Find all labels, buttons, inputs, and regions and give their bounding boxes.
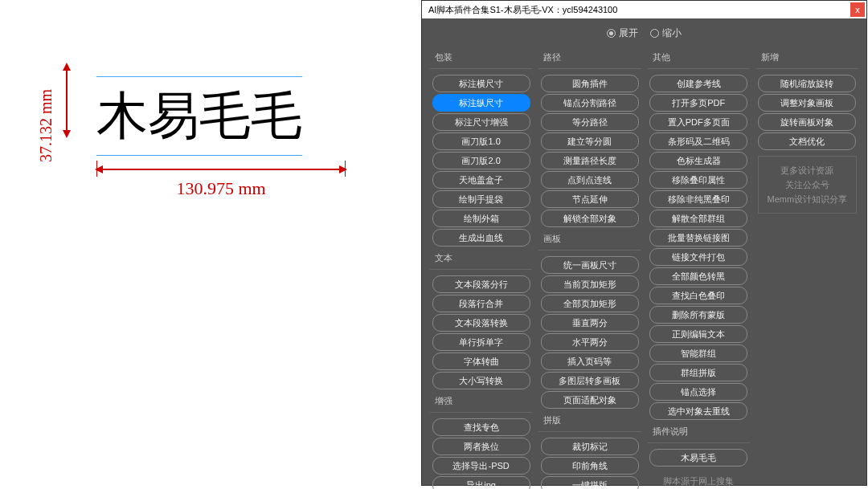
plugin-button[interactable]: 等分路径 [541,113,639,131]
plugin-button[interactable]: 全部颜色转黑 [649,267,747,285]
plugin-button[interactable]: 水平两分 [541,333,639,351]
plugin-button[interactable]: 点到点连线 [541,171,639,189]
plugin-button[interactable]: 绘制外箱 [432,210,530,227]
column-2: 路径圆角插件锚点分割路径等分路径建立等分圆测量路径长度点到点连线节点延伸解锁全部… [538,47,641,489]
plugin-button[interactable]: 智能群组 [649,344,747,362]
plugin-button[interactable]: 生成出血线 [432,229,530,247]
section-title: 包装 [430,48,532,69]
plugin-button[interactable]: 节点延伸 [541,190,639,208]
section-title: 画板 [538,230,641,251]
radio-expand[interactable]: 展开 [607,26,638,40]
close-button[interactable]: x [850,2,865,17]
plugin-button[interactable]: 当前页加矩形 [541,275,639,293]
plugin-button[interactable]: 测量路径长度 [541,152,639,169]
plugin-button[interactable]: 导出jpg [432,476,530,489]
plugin-button[interactable]: 查找专色 [432,418,530,436]
plugin-button[interactable]: 画刀版2.0 [432,152,530,169]
plugin-button[interactable]: 选择导出-PSD [432,457,530,475]
plugin-button[interactable]: 批量替换链接图 [649,229,747,247]
column-1: 包装标注横尺寸标注纵尺寸标注尺寸增强画刀版1.0画刀版2.0天地盖盒子绘制手提袋… [430,47,532,489]
section-title: 拼版 [538,411,641,432]
plugin-button[interactable]: 印前角线 [541,457,639,475]
plugin-button[interactable]: 置入PDF多页面 [649,113,747,131]
plugin-button[interactable]: 多图层转多画板 [541,372,639,389]
plugin-button[interactable]: 选中对象去重线 [649,402,747,420]
radio-collapse[interactable]: 缩小 [650,26,682,40]
panel-titlebar[interactable]: AI脚本插件合集S1-木易毛毛-VX：ycl594243100 x [422,1,866,18]
plugin-button[interactable]: 群组拼版 [649,364,747,381]
columns-container: 包装标注横尺寸标注纵尺寸标注尺寸增强画刀版1.0画刀版2.0天地盖盒子绘制手提袋… [422,47,866,489]
plugin-button[interactable]: 标注纵尺寸 [432,94,530,112]
plugin-button[interactable]: 链接文件打包 [649,248,747,266]
plugin-button[interactable]: 删除所有蒙版 [649,306,747,324]
plugin-button[interactable]: 创建参考线 [649,75,747,92]
plugin-button[interactable]: 解锁全部对象 [541,210,639,227]
section-title: 其他 [648,48,750,69]
plugin-button[interactable]: 打开多页PDF [649,94,747,112]
plugin-button[interactable]: 画刀版1.0 [432,132,530,150]
plugin-button[interactable]: 移除非纯黑叠印 [649,190,747,208]
author-button[interactable]: 木易毛毛 [649,449,747,467]
v-dim-line [66,64,68,137]
plugin-button[interactable]: 圆角插件 [541,75,639,92]
plugin-button[interactable]: 锚点分割路径 [541,94,639,112]
plugin-button[interactable]: 插入页码等 [541,352,639,370]
section-title: 路径 [538,48,641,69]
plugin-panel: AI脚本插件合集S1-木易毛毛-VX：ycl594243100 x 展开 缩小 … [421,0,867,486]
section-title: 插件说明 [648,422,750,443]
plugin-button[interactable]: 色标生成器 [649,152,747,169]
column-4: 新增随机缩放旋转调整对象画板旋转画板对象文档优化更多设计资源关注公众号Memm设… [756,47,858,489]
plugin-button[interactable]: 旋转画板对象 [758,113,856,131]
plugin-button[interactable]: 天地盖盒子 [432,171,530,189]
plugin-button[interactable]: 标注横尺寸 [432,75,530,92]
plugin-button[interactable]: 段落行合并 [432,295,530,312]
v-dim-label: 37.132 mm [37,89,55,162]
panel-title: AI脚本插件合集S1-木易毛毛-VX：ycl594243100 [428,4,617,16]
plugin-button[interactable]: 页面适配对象 [541,391,639,409]
plugin-button[interactable]: 字体转曲 [432,352,530,370]
plugin-credits: 脚本源于网上搜集版权归原作者所有设计资源分享VX：ycl594243100 [648,467,750,489]
plugin-button[interactable]: 大小写转换 [432,372,530,389]
plugin-button[interactable]: 解散全部群组 [649,210,747,227]
radio-circle-icon [607,29,616,38]
plugin-button[interactable]: 两者换位 [432,438,530,455]
view-toggle: 展开 缩小 [422,18,866,47]
section-title: 新增 [756,48,858,69]
h-dim-line [96,169,346,170]
plugin-button[interactable]: 裁切标记 [541,438,639,455]
section-title: 文本 [430,249,532,270]
plugin-button[interactable]: 文档优化 [758,132,856,150]
plugin-button[interactable]: 移除叠印属性 [649,171,747,189]
plugin-button[interactable]: 文本段落分行 [432,275,530,293]
plugin-button[interactable]: 文本段落转换 [432,314,530,332]
column-3: 其他创建参考线打开多页PDF置入PDF多页面条形码及二维码色标生成器移除叠印属性… [648,47,750,489]
plugin-button[interactable]: 调整对象画板 [758,94,856,112]
plugin-button[interactable]: 全部页加矩形 [541,295,639,312]
plugin-button[interactable]: 单行拆单字 [432,333,530,351]
selected-text[interactable]: 木易毛毛 [96,76,302,156]
resource-info-box: 更多设计资源关注公众号Memm设计知识分享 [758,156,857,214]
plugin-button[interactable]: 统一画板尺寸 [541,256,639,274]
canvas-area: 37.132 mm 木易毛毛 130.975 mm [0,0,421,489]
radio-circle-icon [650,29,659,38]
plugin-button[interactable]: 一键拼版 [541,476,639,489]
plugin-button[interactable]: 标注尺寸增强 [432,113,530,131]
plugin-button[interactable]: 绘制手提袋 [432,190,530,208]
h-dim-label: 130.975 mm [96,178,346,199]
horizontal-dimension: 130.975 mm [96,169,346,199]
plugin-button[interactable]: 垂直两分 [541,314,639,332]
plugin-button[interactable]: 正则编辑文本 [649,325,747,343]
plugin-button[interactable]: 建立等分圆 [541,132,639,150]
vertical-dimension: 37.132 mm [40,64,68,137]
plugin-button[interactable]: 锚点选择 [649,383,747,401]
plugin-button[interactable]: 条形码及二维码 [649,132,747,150]
section-title: 增强 [430,392,532,413]
plugin-button[interactable]: 查找白色叠印 [649,287,747,304]
plugin-button[interactable]: 随机缩放旋转 [758,75,856,92]
